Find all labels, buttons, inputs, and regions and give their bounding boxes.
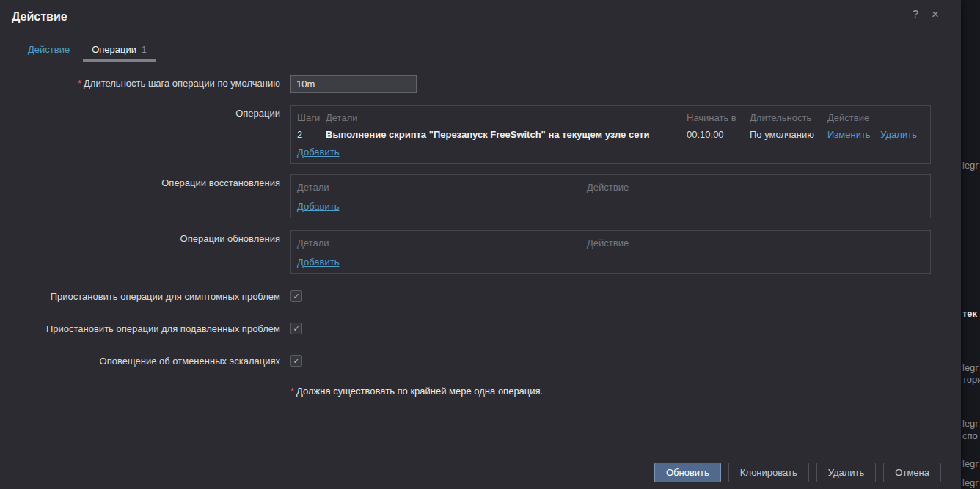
column-header-details: Детали	[297, 238, 587, 249]
background-text: legr	[962, 477, 979, 488]
column-header-start-in: Начинать в	[687, 112, 750, 123]
update-table-header: Детали Действие	[297, 235, 924, 253]
operation-start-in: 00:10:00	[687, 129, 750, 140]
checkmark-icon: ✓	[293, 325, 299, 333]
recovery-operations-table: Детали Действие Добавить	[290, 174, 931, 218]
pause-suppressed-row: Приостановить операции для подавленных п…	[0, 321, 961, 334]
delete-button[interactable]: Удалить	[816, 463, 877, 482]
recovery-operations-row: Операции восстановления Детали Действие …	[0, 174, 961, 218]
help-icon[interactable]: ?	[913, 8, 918, 21]
checkmark-icon: ✓	[293, 293, 299, 301]
notify-cancelled-checkbox[interactable]: ✓	[290, 355, 302, 367]
recovery-table-header: Детали Действие	[297, 180, 924, 197]
add-update-operation-link[interactable]: Добавить	[297, 257, 339, 268]
update-operations-row: Операции обновления Детали Действие Доба…	[0, 230, 961, 274]
required-operation-note: *Должна существовать по крайней мере одн…	[290, 386, 961, 397]
tab-bar: Действие Операции1	[12, 38, 949, 62]
table-row: 2 Выполнение скрипта "Перезапуск FreeSwi…	[297, 128, 924, 143]
operation-step: 2	[297, 129, 326, 140]
background-text: legr	[962, 160, 979, 171]
edit-operation-link[interactable]: Изменить	[827, 129, 871, 140]
default-step-duration-label: *Длительность шага операции по умолчанию	[0, 75, 290, 89]
pause-suppressed-label: Приостановить операции для подавленных п…	[0, 321, 290, 334]
pause-symptom-label: Приостановить операции для симптомных пр…	[0, 289, 290, 302]
recovery-operations-label: Операции восстановления	[0, 174, 290, 188]
background-text: legr	[962, 458, 979, 469]
required-asterisk: *	[290, 386, 294, 397]
background-text: legr	[962, 362, 979, 373]
dialog-header: Действие	[0, 0, 961, 26]
dialog-footer: Обновить Клонировать Удалить Отмена	[654, 463, 941, 482]
column-header-duration: Длительность	[750, 112, 827, 123]
column-header-steps: Шаги	[297, 112, 326, 123]
column-header-details: Детали	[326, 112, 687, 123]
notify-cancelled-label: Оповещение об отмененных эскалациях	[0, 353, 290, 367]
close-icon[interactable]: ×	[932, 8, 939, 21]
column-header-action: Действие	[587, 182, 924, 193]
tab-operations-label: Операции	[92, 44, 136, 55]
add-operation-link[interactable]: Добавить	[297, 147, 339, 158]
checkmark-icon: ✓	[293, 357, 299, 365]
required-asterisk: *	[78, 78, 81, 89]
operations-table: Шаги Детали Начинать в Длительность Дейс…	[290, 105, 931, 164]
dialog-title: Действие	[12, 10, 949, 23]
update-operations-label: Операции обновления	[0, 230, 290, 244]
tab-action-label: Действие	[28, 44, 70, 55]
tab-action[interactable]: Действие	[19, 38, 78, 62]
background-text: тек	[962, 308, 977, 319]
update-operations-table: Детали Действие Добавить	[290, 230, 931, 274]
pause-symptom-checkbox[interactable]: ✓	[290, 290, 302, 302]
background-text: тори	[962, 374, 980, 385]
update-button[interactable]: Обновить	[654, 463, 721, 482]
operations-form: *Длительность шага операции по умолчанию…	[0, 62, 961, 397]
operation-duration: По умолчанию	[750, 129, 827, 140]
tab-operations[interactable]: Операции1	[83, 38, 156, 62]
operations-table-header: Шаги Детали Начинать в Длительность Дейс…	[297, 110, 924, 128]
operation-actions: Изменить Удалить	[827, 129, 924, 140]
remove-operation-link[interactable]: Удалить	[880, 129, 917, 140]
tab-operations-count: 1	[142, 45, 147, 55]
action-dialog: Действие ? × Действие Операции1 *Длитель…	[0, 0, 961, 489]
default-step-duration-input[interactable]	[290, 75, 417, 93]
background-text: legr	[962, 418, 979, 429]
default-step-duration-row: *Длительность шага операции по умолчанию	[0, 75, 961, 93]
operation-details: Выполнение скрипта "Перезапуск FreeSwitc…	[326, 129, 687, 140]
column-header-details: Детали	[297, 182, 587, 193]
note-row: *Должна существовать по крайней мере одн…	[0, 386, 961, 397]
notify-cancelled-row: Оповещение об отмененных эскалациях ✓	[0, 353, 961, 367]
pause-suppressed-checkbox[interactable]: ✓	[290, 323, 302, 334]
add-recovery-operation-link[interactable]: Добавить	[297, 201, 339, 212]
background-text: спо	[962, 430, 978, 441]
column-header-action: Действие	[587, 238, 924, 249]
cancel-button[interactable]: Отмена	[883, 463, 941, 482]
clone-button[interactable]: Клонировать	[728, 463, 809, 482]
column-header-action: Действие	[827, 112, 924, 123]
operations-label: Операции	[0, 105, 290, 119]
operations-row: Операции Шаги Детали Начинать в Длительн…	[0, 105, 961, 164]
pause-symptom-row: Приостановить операции для симптомных пр…	[0, 289, 961, 302]
